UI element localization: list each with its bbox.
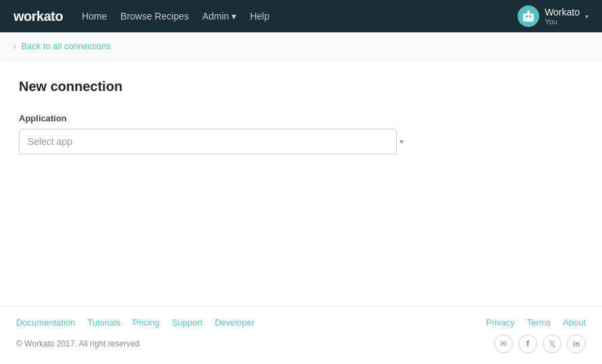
footer-about-link[interactable]: About [563,317,586,328]
select-arrow-icon: ▾ [400,137,404,146]
linkedin-social-icon[interactable]: in [567,334,586,353]
footer: Documentation Tutorials Pricing Support … [0,306,602,364]
footer-terms-link[interactable]: Terms [527,317,551,328]
footer-links-row: Documentation Tutorials Pricing Support … [16,317,586,328]
copyright-text: © Workato 2017. All right reserved [16,339,140,348]
breadcrumb-label: Back to all connections [21,41,111,51]
navbar-left: workato Home Browse Recipes Admin ▾ Help [13,9,269,24]
page-title: New connection [19,79,583,94]
footer-links-left: Documentation Tutorials Pricing Support … [16,317,254,328]
footer-links-right: Privacy Terms About [486,317,586,328]
app-select[interactable]: Select app [19,129,397,154]
footer-developer-link[interactable]: Developer [215,317,254,328]
svg-rect-2 [529,16,531,18]
nav-home[interactable]: Home [82,11,107,22]
svg-rect-1 [526,16,528,18]
user-avatar [518,5,539,27]
footer-bottom: © Workato 2017. All right reserved ✉ f 𝕏… [16,334,586,353]
navbar-right: Workato You ▾ [518,5,589,27]
user-chevron-icon: ▾ [585,13,589,20]
footer-privacy-link[interactable]: Privacy [486,317,515,328]
footer-pricing-link[interactable]: Pricing [133,317,160,328]
workato-logo: workato [13,9,63,24]
app-select-wrapper: Select app ▾ [19,129,410,154]
email-social-icon[interactable]: ✉ [494,334,513,353]
breadcrumb-arrow-icon: ‹ [13,42,16,51]
navbar-links: Home Browse Recipes Admin ▾ Help [82,11,269,22]
main-content: New connection Application Select app ▾ [0,60,602,306]
new-connection-form: Application Select app ▾ [19,113,410,154]
nav-admin-label: Admin [202,11,229,22]
navbar: workato Home Browse Recipes Admin ▾ Help [0,0,602,32]
admin-chevron-icon: ▾ [231,11,236,22]
nav-browse-recipes[interactable]: Browse Recipes [121,11,189,22]
user-menu[interactable]: Workato You ▾ [518,5,589,27]
footer-support-link[interactable]: Support [172,317,203,328]
svg-rect-0 [523,13,534,22]
nav-help[interactable]: Help [250,11,269,22]
nav-admin[interactable]: Admin ▾ [202,11,237,22]
username-sub: You [545,18,580,26]
user-info: Workato You [545,7,580,26]
username: Workato [545,7,580,18]
svg-rect-4 [528,10,529,12]
twitter-social-icon[interactable]: 𝕏 [543,334,562,353]
facebook-social-icon[interactable]: f [518,334,537,353]
application-label: Application [19,113,410,123]
back-to-connections-link[interactable]: ‹ Back to all connections [13,41,111,51]
footer-tutorials-link[interactable]: Tutorials [87,317,120,328]
breadcrumb-bar: ‹ Back to all connections [0,32,602,60]
footer-documentation-link[interactable]: Documentation [16,317,75,328]
social-icons: ✉ f 𝕏 in [494,334,586,353]
